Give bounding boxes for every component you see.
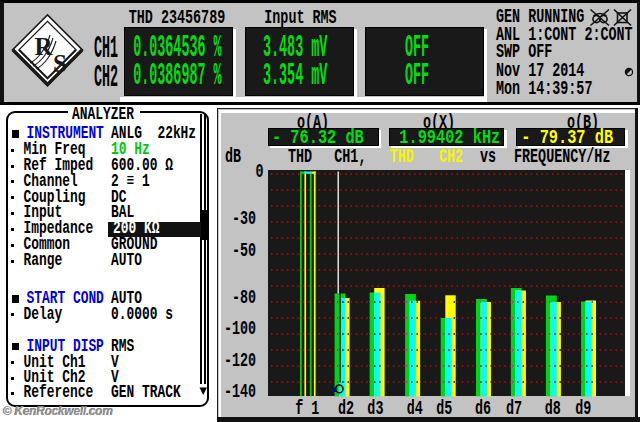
svg-text:S: S	[53, 50, 67, 77]
svg-text:R: R	[35, 33, 54, 60]
